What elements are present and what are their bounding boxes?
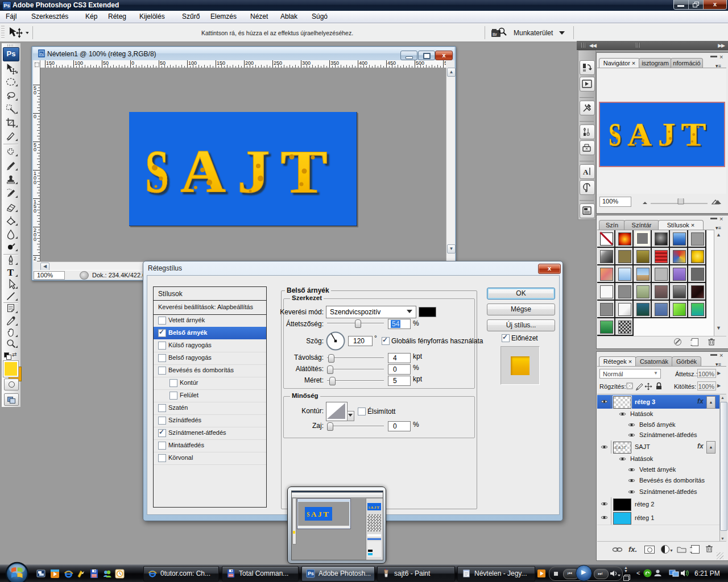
svg-text:S: S [609,117,621,152]
svg-text:S: S [369,505,370,509]
svg-text:A: A [583,168,589,176]
svg-text:T: T [7,267,14,278]
svg-text:S: S [307,510,309,518]
svg-text:Ps: Ps [40,52,43,56]
svg-text:T: T [323,510,329,518]
svg-text:J: J [318,510,322,518]
svg-text:Ps: Ps [308,571,314,576]
svg-text:J: J [374,505,376,509]
svg-text:Br: Br [493,32,497,37]
svg-text:S: S [145,138,169,205]
svg-text:A: A [370,505,373,509]
svg-text:A: A [311,510,317,518]
svg-text:J: J [237,138,270,205]
svg-text:J: J [658,117,676,152]
svg-text:T: T [377,505,380,509]
